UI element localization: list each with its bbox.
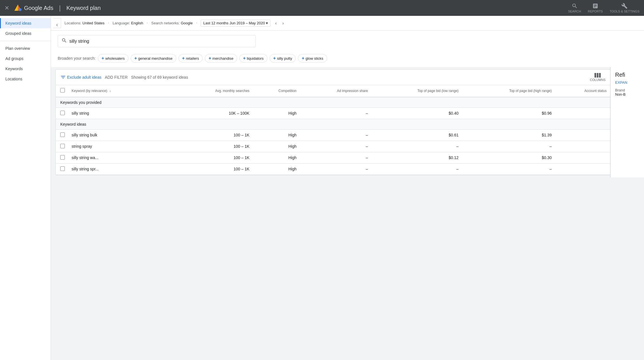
row-checkbox-cell[interactable] [56, 129, 68, 141]
date-next-button[interactable]: › [281, 20, 285, 27]
sidebar-item-grouped-ideas[interactable]: Grouped ideas [0, 28, 51, 38]
language-filter[interactable]: Language: English [113, 21, 143, 25]
top-bid-high-cell: – [462, 141, 555, 152]
keywords-table-section: Exclude adult ideas ADD FILTER Showing 6… [55, 69, 610, 175]
avg-monthly-cell: 100 – 1K [175, 152, 253, 163]
top-bid-high-cell: $1.39 [462, 129, 555, 141]
competition-cell: High [253, 163, 300, 175]
tools-icon [621, 3, 628, 9]
search-network-filter[interactable]: Search networks: Google [151, 21, 193, 25]
keyword-cell: silly string spr... [68, 163, 175, 175]
tools-nav-button[interactable]: TOOLS & SETTINGS [609, 3, 639, 13]
search-input[interactable] [69, 39, 252, 44]
row-checkbox[interactable] [60, 166, 65, 171]
avg-monthly-cell: 10K – 100K [175, 108, 253, 119]
select-all-checkbox[interactable] [60, 88, 65, 93]
top-bid-low-cell: – [371, 163, 462, 175]
reports-nav-label: REPORTS [588, 10, 603, 13]
broaden-search-section: Broaden your search: + wholesalers + gen… [51, 52, 644, 67]
search-nav-button[interactable]: SEARCH [568, 3, 581, 13]
sidebar-divider [0, 41, 51, 41]
row-checkbox[interactable] [60, 132, 65, 137]
table-row: string spray 100 – 1K High – – – [56, 141, 610, 152]
filter-icon [60, 74, 66, 80]
avg-monthly-cell: 100 – 1K [175, 141, 253, 152]
sort-icon: ↓ [109, 89, 111, 93]
top-bid-low-column-header[interactable]: Top of page bid (low range) [371, 85, 462, 97]
exclude-adult-link[interactable]: Exclude adult ideas [67, 75, 101, 80]
nav-divider: | [59, 4, 61, 12]
keywords-table: Keyword (by relevance) ↓ Avg. monthly se… [56, 85, 610, 175]
table-toolbar: Exclude adult ideas ADD FILTER Showing 6… [56, 70, 610, 85]
date-range-selector[interactable]: Last 12 months Jun 2019 – May 2020 ▾ [201, 20, 271, 27]
table-row: silly string 10K – 100K High – $0.40 $0.… [56, 108, 610, 119]
sidebar-item-ad-groups[interactable]: Ad groups [0, 53, 51, 64]
broaden-chip-silly-putty[interactable]: + silly putty [270, 54, 296, 63]
broaden-chip-glow-sticks[interactable]: + glow sticks [298, 54, 327, 63]
row-checkbox-cell[interactable] [56, 141, 68, 152]
account-status-cell [555, 152, 610, 163]
reports-nav-button[interactable]: REPORTS [588, 3, 603, 13]
page-title: Keyword plan [66, 5, 101, 11]
keyword-cell: silly string bulk [68, 129, 175, 141]
main-layout: Keyword ideas Grouped ideas Plan overvie… [0, 16, 644, 360]
app-name: Google Ads [24, 5, 53, 11]
app-logo: Google Ads [14, 4, 53, 12]
row-checkbox[interactable] [60, 144, 65, 148]
broaden-label: Broaden your search: [58, 56, 96, 61]
account-status-cell [555, 129, 610, 141]
row-checkbox-cell[interactable] [56, 163, 68, 175]
sidebar-item-keywords[interactable]: Keywords [0, 64, 51, 74]
sidebar-item-plan-overview[interactable]: Plan overview [0, 43, 51, 53]
account-status-cell [555, 108, 610, 119]
broaden-chip-retailers[interactable]: + retailers [179, 54, 203, 63]
add-filter-button[interactable]: ADD FILTER [105, 75, 128, 80]
row-checkbox[interactable] [60, 111, 65, 115]
nav-actions: SEARCH REPORTS TOOLS & SETTINGS [568, 3, 639, 13]
row-checkbox-cell[interactable] [56, 108, 68, 119]
ad-impression-cell: – [300, 141, 371, 152]
keyword-cell: silly string [68, 108, 175, 119]
broaden-chip-wholesalers[interactable]: + wholesalers [98, 54, 128, 63]
sidebar: Keyword ideas Grouped ideas Plan overvie… [0, 16, 51, 360]
competition-cell: High [253, 152, 300, 163]
keyword-column-header[interactable]: Keyword (by relevance) ↓ [68, 85, 175, 97]
right-refine-panel: Refi EXPAN Brand Non-B [610, 67, 644, 177]
sidebar-item-locations[interactable]: Locations [0, 74, 51, 84]
search-nav-label: SEARCH [568, 10, 581, 13]
table-row: silly string bulk 100 – 1K High – $0.61 … [56, 129, 610, 141]
ad-impression-column-header[interactable]: Ad impression share [300, 85, 371, 97]
competition-column-header[interactable]: Competition [253, 85, 300, 97]
avg-monthly-cell: 100 – 1K [175, 129, 253, 141]
ad-impression-cell: – [300, 152, 371, 163]
broaden-chip-merchandise[interactable]: + merchandise [205, 54, 237, 63]
row-checkbox[interactable] [60, 155, 65, 160]
avg-monthly-column-header[interactable]: Avg. monthly searches [175, 85, 253, 97]
search-box[interactable] [58, 35, 256, 47]
google-ads-logo-icon [14, 4, 22, 12]
filter-button[interactable]: Exclude adult ideas [60, 74, 101, 80]
broaden-chip-liquidators[interactable]: + liquidators [239, 54, 267, 63]
svg-point-2 [19, 8, 22, 11]
sidebar-collapse-button[interactable]: ‹ [53, 18, 61, 28]
chip-plus-icon: + [182, 56, 185, 61]
search-icon [572, 3, 578, 9]
select-all-header[interactable] [56, 85, 68, 97]
account-status-column-header[interactable]: Account status [555, 85, 610, 97]
columns-button[interactable]: COLUMNS [590, 73, 606, 82]
date-prev-button[interactable]: ‹ [274, 20, 278, 27]
close-button[interactable]: ✕ [5, 5, 9, 11]
expand-panel-button[interactable]: EXPAN [615, 80, 639, 85]
section-header: Keyword ideas [56, 119, 610, 129]
top-bid-high-cell: – [462, 163, 555, 175]
row-checkbox-cell[interactable] [56, 152, 68, 163]
top-bid-low-cell: $0.40 [371, 108, 462, 119]
keyword-cell: silly string wa... [68, 152, 175, 163]
top-bid-high-column-header[interactable]: Top of page bid (high range) [462, 85, 555, 97]
sidebar-item-keyword-ideas[interactable]: Keyword ideas [0, 18, 51, 28]
keyword-cell: string spray [68, 141, 175, 152]
broaden-chip-general-merchandise[interactable]: + general merchandise [131, 54, 176, 63]
ad-impression-cell: – [300, 163, 371, 175]
locations-filter[interactable]: Locations: United States [65, 21, 104, 25]
top-bid-low-cell: $0.12 [371, 152, 462, 163]
